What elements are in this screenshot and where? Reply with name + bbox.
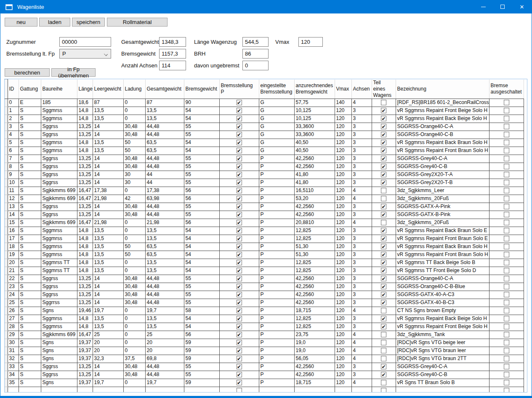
cell-bremsgewicht[interactable]: 56 <box>184 195 219 203</box>
cell-ladung[interactable]: 30,48 <box>123 371 145 379</box>
cell-bremsgewicht[interactable]: 54 <box>184 259 219 267</box>
cell-baureihe[interactable]: Sgjkkmms 699 <box>41 331 77 339</box>
cell-gattung[interactable]: S <box>19 323 41 331</box>
row-header-cell[interactable] <box>5 315 8 323</box>
cell-laenge[interactable]: 14,8 <box>77 315 93 323</box>
cell-achsen[interactable]: 4 <box>351 331 372 339</box>
cell-gesamtgewicht[interactable]: 25 <box>145 331 184 339</box>
cell-id[interactable]: 19 <box>8 251 19 259</box>
cell-gattung[interactable]: S <box>19 283 41 291</box>
cell-gattung[interactable]: S <box>19 275 41 283</box>
cell-ladung[interactable]: 30 <box>123 171 145 179</box>
cell-teil_eines_wagens[interactable]: ✔ <box>372 139 396 147</box>
cell-teil_eines_wagens[interactable]: ✔ <box>372 235 396 243</box>
cell-bremse_ausgeschaltet[interactable] <box>489 347 524 355</box>
cell-bremsstellung_p[interactable]: ✔ <box>219 155 259 163</box>
cell-vmax[interactable]: 120 <box>335 147 351 155</box>
checkbox-checked[interactable]: ✔ <box>237 156 242 161</box>
checkbox-unchecked[interactable] <box>504 228 509 233</box>
checkbox-unchecked[interactable] <box>504 252 509 257</box>
cell-achsen[interactable]: 4 <box>351 195 372 203</box>
neu-button[interactable]: neu <box>5 18 37 27</box>
cell-bremsstellung_p[interactable]: ✔ <box>219 371 259 379</box>
cell-anzurechnendes_bremsgewicht[interactable]: 51,30 <box>294 251 335 259</box>
cell-bremsgewicht[interactable]: 54 <box>184 147 219 155</box>
cell-gesamtgewicht[interactable]: 44,48 <box>145 299 184 307</box>
cell-leergewicht[interactable]: 13,5 <box>93 115 123 123</box>
row-header-cell[interactable] <box>5 355 8 363</box>
checkbox-checked[interactable]: ✔ <box>237 260 242 265</box>
cell-bezeichnung[interactable]: 3dz_Sgjkkmms_20Fuß <box>396 195 489 203</box>
cell-bremsstellung_p[interactable]: ✔ <box>219 123 259 131</box>
cell-anzurechnendes_bremsgewicht[interactable]: 12,825 <box>294 235 335 243</box>
cell-teil_eines_wagens[interactable]: ✔ <box>372 107 396 115</box>
checkbox-checked[interactable]: ✔ <box>381 292 386 297</box>
cell-achsen[interactable]: 3 <box>351 243 372 251</box>
cell-leergewicht[interactable]: 14 <box>93 291 123 299</box>
cell-bremse_ausgeschaltet[interactable] <box>489 171 524 179</box>
cell-bremsgewicht[interactable]: 54 <box>184 315 219 323</box>
cell-gattung[interactable]: S <box>19 203 41 211</box>
cell-leergewicht[interactable]: 20 <box>93 339 123 347</box>
cell-gattung[interactable]: S <box>19 235 41 243</box>
cell-laenge[interactable]: 13,25 <box>77 211 93 219</box>
checkbox-unchecked[interactable] <box>504 220 509 225</box>
cell-vmax[interactable]: 120 <box>335 115 351 123</box>
checkbox-checked[interactable]: ✔ <box>237 300 242 305</box>
cell-bremsgewicht[interactable]: 59 <box>184 379 219 387</box>
cell-ladung[interactable]: 0 <box>123 315 145 323</box>
cell-ladung[interactable]: 0 <box>123 235 145 243</box>
checkbox-unchecked[interactable] <box>504 292 509 297</box>
cell-vmax[interactable]: 120 <box>335 187 351 195</box>
cell-gattung[interactable]: S <box>19 219 41 227</box>
cell-bezeichnung[interactable]: SGGRSS-Orange40-C-A <box>396 275 489 283</box>
checkbox-checked[interactable]: ✔ <box>237 308 242 313</box>
cell-gesamtgewicht[interactable]: 44 <box>145 179 184 187</box>
checkbox-checked[interactable]: ✔ <box>237 292 242 297</box>
cell-bremse_ausgeschaltet[interactable] <box>489 251 524 259</box>
cell-ladung[interactable]: 0 <box>123 99 145 107</box>
cell-anzurechnendes_bremsgewicht[interactable]: 42,2560 <box>294 291 335 299</box>
cell-id[interactable]: 21 <box>8 267 19 275</box>
cell-ladung[interactable]: 30,48 <box>123 283 145 291</box>
checkbox-checked[interactable]: ✔ <box>381 300 386 305</box>
cell-eingestellte_bremsstellung[interactable]: P <box>259 259 294 267</box>
cell-teil_eines_wagens[interactable] <box>372 331 396 339</box>
cell-baureihe[interactable]: Sggmrss <box>41 235 77 243</box>
checkbox-unchecked[interactable] <box>504 180 509 185</box>
cell-gesamtgewicht[interactable]: 13,5 <box>145 115 184 123</box>
cell-vmax[interactable]: 120 <box>335 163 351 171</box>
cell-gattung[interactable]: S <box>19 123 41 131</box>
cell-bremsgewicht[interactable]: 55 <box>184 131 219 139</box>
cell-ladung[interactable]: 30 <box>123 179 145 187</box>
cell-bremsgewicht[interactable]: 55 <box>184 123 219 131</box>
row-header-cell[interactable] <box>5 115 8 123</box>
column-header-vmax[interactable]: Vmax <box>335 80 351 99</box>
cell-bremse_ausgeschaltet[interactable] <box>489 203 524 211</box>
cell-vmax[interactable]: 120 <box>335 275 351 283</box>
cell-achsen[interactable]: 3 <box>351 171 372 179</box>
cell-gesamtgewicht[interactable]: 44,48 <box>145 123 184 131</box>
cell-laenge[interactable]: 14,8 <box>77 139 93 147</box>
cell-vmax[interactable]: 120 <box>335 331 351 339</box>
cell-laenge[interactable]: 18,6 <box>77 99 93 107</box>
cell-laenge[interactable]: 19,37 <box>77 379 93 387</box>
cell-ladung[interactable]: 0 <box>123 331 145 339</box>
cell-anzurechnendes_bremsgewicht[interactable]: 19,0 <box>294 339 335 347</box>
cell-teil_eines_wagens[interactable] <box>372 219 396 227</box>
checkbox-unchecked[interactable] <box>504 260 509 265</box>
cell-gattung[interactable]: S <box>19 131 41 139</box>
cell-bremse_ausgeschaltet[interactable] <box>489 195 524 203</box>
cell-vmax[interactable]: 120 <box>335 123 351 131</box>
cell-gattung[interactable]: S <box>19 243 41 251</box>
cell-teil_eines_wagens[interactable]: ✔ <box>372 211 396 219</box>
checkbox-checked[interactable]: ✔ <box>237 284 242 289</box>
checkbox-unchecked[interactable] <box>504 116 509 121</box>
checkbox-checked[interactable]: ✔ <box>381 132 386 137</box>
berechnen-button[interactable]: berechnen <box>5 68 50 77</box>
cell-laenge[interactable]: 13,25 <box>77 123 93 131</box>
checkbox-unchecked[interactable] <box>504 372 509 377</box>
cell-bremsstellung_p[interactable]: ✔ <box>219 347 259 355</box>
cell-achsen[interactable]: 3 <box>351 283 372 291</box>
cell-teil_eines_wagens[interactable] <box>372 307 396 315</box>
